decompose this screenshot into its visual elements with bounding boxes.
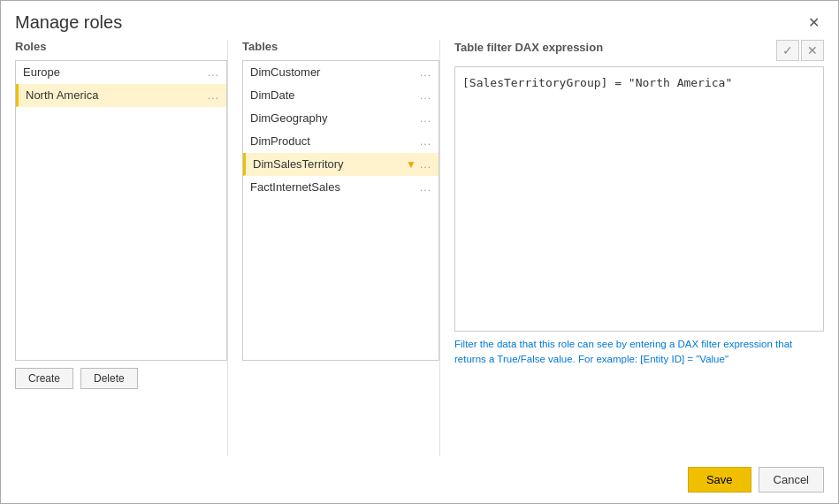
list-item[interactable]: DimCustomer ... xyxy=(243,61,439,84)
table-dimsalesterritory-dots: ... xyxy=(420,158,431,171)
dax-expression-input[interactable]: [SalesTerritoryGroup] = "North America" xyxy=(454,66,824,332)
list-item[interactable]: DimProduct ... xyxy=(243,130,439,153)
table-factinternetsales-label: FactInternetSales xyxy=(250,180,340,194)
save-button[interactable]: Save xyxy=(688,467,751,493)
filter-icon: ▼ xyxy=(406,158,416,171)
tables-header: Tables xyxy=(242,40,439,55)
roles-panel: Roles Europe ... North America ... Creat… xyxy=(15,40,227,456)
table-dimcustomer-dots: ... xyxy=(420,66,431,79)
table-dimdate-label: DimDate xyxy=(250,88,295,102)
list-item[interactable]: Europe ... xyxy=(16,61,226,84)
roles-list: Europe ... North America ... xyxy=(15,60,227,361)
cancel-button[interactable]: Cancel xyxy=(759,467,824,493)
table-dimproduct-dots: ... xyxy=(420,135,431,148)
dax-hint: Filter the data that this role can see b… xyxy=(454,337,824,368)
list-item[interactable]: DimDate ... xyxy=(243,84,439,107)
roles-buttons: Create Delete xyxy=(15,368,227,389)
create-button[interactable]: Create xyxy=(15,368,73,389)
table-dimsalesterritory-right: ▼ ... xyxy=(406,158,431,171)
table-dimdate-dots: ... xyxy=(420,89,431,102)
close-button[interactable]: ✕ xyxy=(803,11,824,33)
dialog-content: Roles Europe ... North America ... Creat… xyxy=(1,33,838,456)
dax-panel: Table filter DAX expression ✓ ✕ [SalesTe… xyxy=(439,40,824,456)
role-europe-label: Europe xyxy=(23,65,60,79)
table-dimsalesterritory-label: DimSalesTerritory xyxy=(253,157,344,171)
role-north-america-label: North America xyxy=(26,88,98,102)
title-bar: Manage roles ✕ xyxy=(1,1,838,33)
dialog-footer: Save Cancel xyxy=(1,456,838,503)
list-item[interactable]: DimGeography ... xyxy=(243,107,439,130)
dax-header: Table filter DAX expression xyxy=(454,41,603,56)
tables-list: DimCustomer ... DimDate ... DimGeography… xyxy=(242,60,439,361)
dax-check-button[interactable]: ✓ xyxy=(776,40,799,61)
table-dimproduct-label: DimProduct xyxy=(250,134,310,148)
list-item[interactable]: DimSalesTerritory ▼ ... xyxy=(243,153,439,176)
table-dimgeography-label: DimGeography xyxy=(250,111,327,125)
tables-panel: Tables DimCustomer ... DimDate ... DimGe… xyxy=(227,40,439,456)
table-dimcustomer-label: DimCustomer xyxy=(250,65,320,79)
roles-header: Roles xyxy=(15,40,227,55)
dialog-title: Manage roles xyxy=(15,12,122,33)
list-item[interactable]: FactInternetSales ... xyxy=(243,176,439,199)
list-item[interactable]: North America ... xyxy=(16,84,226,107)
manage-roles-dialog: Manage roles ✕ Roles Europe ... North Am… xyxy=(0,0,839,504)
dax-action-buttons: ✓ ✕ xyxy=(776,40,824,61)
table-dimgeography-dots: ... xyxy=(420,112,431,125)
delete-button[interactable]: Delete xyxy=(80,368,138,389)
table-factinternetsales-dots: ... xyxy=(420,181,431,194)
role-europe-dots: ... xyxy=(208,66,219,79)
dax-header-row: Table filter DAX expression ✓ ✕ xyxy=(454,40,824,61)
dax-cross-button[interactable]: ✕ xyxy=(801,40,824,61)
role-north-america-dots: ... xyxy=(208,89,219,102)
